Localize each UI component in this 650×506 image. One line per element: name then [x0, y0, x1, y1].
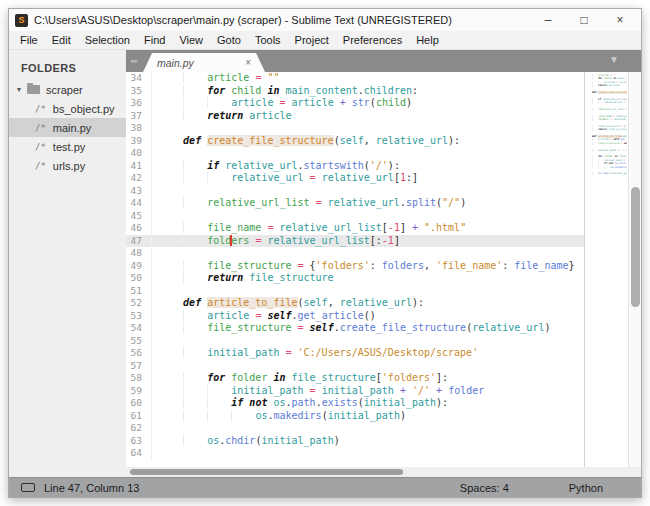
code-line[interactable]: 64: [126, 447, 584, 460]
menu-item-find[interactable]: Find: [137, 32, 172, 48]
minimize-button[interactable]: –: [541, 13, 555, 27]
code-line[interactable]: 46 file_name = relative_url_list[-1] + "…: [126, 222, 584, 235]
line-number[interactable]: 41: [126, 160, 152, 173]
sidebar-file-bs_object.py[interactable]: /*bs_object.py: [9, 99, 126, 118]
code-line[interactable]: 50 return file_structure: [126, 272, 584, 285]
line-number[interactable]: 61: [126, 410, 152, 423]
menu-item-edit[interactable]: Edit: [45, 32, 78, 48]
code-line[interactable]: 36 article = article + str(child): [126, 97, 584, 110]
code-line[interactable]: 51: [126, 285, 584, 298]
tab-scroll-arrows-icon[interactable]: ◂▸: [126, 57, 143, 72]
line-number[interactable]: 35: [126, 85, 152, 98]
line-number[interactable]: 50: [126, 272, 152, 285]
line-number[interactable]: 47: [126, 235, 152, 248]
tab-close-icon[interactable]: ×: [245, 57, 251, 68]
code-line[interactable]: 59 initial_path = initial_path + '/' + f…: [126, 385, 584, 398]
code-line[interactable]: 43: [126, 185, 584, 198]
horizontal-scrollbar-thumb[interactable]: [130, 469, 403, 475]
indentation-setting[interactable]: Spaces: 4: [460, 482, 509, 494]
line-number[interactable]: 53: [126, 310, 152, 323]
line-number[interactable]: 63: [126, 435, 152, 448]
sidebar-file-test.py[interactable]: /*test.py: [9, 137, 126, 156]
code-line[interactable]: 38: [126, 122, 584, 135]
menu-item-project[interactable]: Project: [288, 32, 336, 48]
code-line[interactable]: 41 if relative_url.startswith('/'):: [126, 160, 584, 173]
code-token: initial_path: [207, 347, 279, 358]
vertical-scrollbar[interactable]: [628, 72, 641, 467]
close-button[interactable]: ×: [613, 13, 627, 27]
maximize-button[interactable]: □: [577, 13, 591, 27]
line-number[interactable]: 52: [126, 297, 152, 310]
line-number[interactable]: 59: [126, 385, 152, 398]
indent: [159, 160, 207, 171]
line-number[interactable]: 39: [126, 135, 152, 148]
sidebar-file-urls.py[interactable]: /*urls.py: [9, 156, 126, 175]
status-bar: Line 47, Column 13 Spaces: 4 Python: [9, 477, 641, 497]
code-line[interactable]: 58 for folder in file_structure['folders…: [126, 372, 584, 385]
line-number[interactable]: 49: [126, 260, 152, 273]
menu-item-selection[interactable]: Selection: [78, 32, 137, 48]
cursor-position: Line 47, Column 13: [44, 482, 460, 494]
line-number[interactable]: 46: [126, 222, 152, 235]
code-line[interactable]: 56 initial_path = 'C:/Users/ASUS/Desktop…: [126, 347, 584, 360]
code-line[interactable]: 47 folders = relative_url_list[:-1]: [126, 235, 584, 248]
line-number[interactable]: 37: [126, 110, 152, 123]
code-line[interactable]: 45: [126, 210, 584, 223]
menu-item-preferences[interactable]: Preferences: [336, 32, 409, 48]
code-line[interactable]: 55: [126, 335, 584, 348]
line-number[interactable]: 57: [126, 360, 152, 373]
minimap[interactable]: article = "" for child in main_content.c…: [584, 72, 628, 467]
line-number[interactable]: 45: [126, 210, 152, 223]
code-line[interactable]: 60 if not os.path.exists(initial_path):: [126, 397, 584, 410]
sidebar-folder-scraper[interactable]: ▾ scraper: [9, 80, 126, 99]
line-number[interactable]: 38: [126, 122, 152, 135]
disclosure-triangle-icon[interactable]: ▾: [17, 85, 27, 94]
line-number[interactable]: 60: [126, 397, 152, 410]
code-line[interactable]: 49 file_structure = {'folders': folders,…: [126, 260, 584, 273]
code-line[interactable]: 42 relative_url = relative_url[1:]: [126, 172, 584, 185]
sidebar-file-main.py[interactable]: /*main.py: [9, 118, 126, 137]
line-number[interactable]: 62: [126, 422, 152, 435]
code-line[interactable]: 39 def create_file_structure(self, relat…: [126, 135, 584, 148]
code-line[interactable]: 63 os.chdir(initial_path): [126, 435, 584, 448]
line-number[interactable]: 54: [126, 322, 152, 335]
code-line[interactable]: 62: [126, 422, 584, 435]
line-number[interactable]: 51: [126, 285, 152, 298]
tab-main-py[interactable]: main.py ×: [143, 53, 265, 72]
syntax-selector[interactable]: Python: [569, 482, 603, 494]
code-line[interactable]: 34 article = "": [126, 72, 584, 85]
menu-item-file[interactable]: File: [13, 32, 45, 48]
code-line[interactable]: 37 return article: [126, 110, 584, 123]
code-line[interactable]: 52 def article_to_file(self, relative_ur…: [126, 297, 584, 310]
line-number[interactable]: 64: [126, 447, 152, 460]
tab-overflow-icon[interactable]: ▼: [609, 54, 619, 65]
line-number[interactable]: 34: [126, 72, 152, 85]
menu-item-view[interactable]: View: [172, 32, 210, 48]
code-line[interactable]: 35 for child in main_content.children:: [126, 85, 584, 98]
line-number[interactable]: 40: [126, 147, 152, 160]
code-token: in: [267, 85, 279, 96]
code-line[interactable]: 48: [126, 247, 584, 260]
line-number[interactable]: 42: [126, 172, 152, 185]
line-number[interactable]: 55: [126, 335, 152, 348]
code-line[interactable]: 54 file_structure = self.create_file_str…: [126, 322, 584, 335]
line-number[interactable]: 44: [126, 197, 152, 210]
indent-guide: [159, 197, 183, 208]
line-number[interactable]: 56: [126, 347, 152, 360]
code-line[interactable]: 61 os.makedirs(initial_path): [126, 410, 584, 423]
code-editor[interactable]: 34 article = ""35 for child in main_cont…: [126, 72, 584, 467]
menu-item-help[interactable]: Help: [409, 32, 446, 48]
code-line[interactable]: 53 article = self.get_article(): [126, 310, 584, 323]
menu-item-goto[interactable]: Goto: [210, 32, 248, 48]
code-line[interactable]: 44 relative_url_list = relative_url.spli…: [126, 197, 584, 210]
code-token: self: [267, 310, 291, 321]
line-number[interactable]: 43: [126, 185, 152, 198]
vertical-scrollbar-thumb[interactable]: [631, 187, 640, 307]
code-line[interactable]: 57: [126, 360, 584, 373]
code-line[interactable]: 40: [126, 147, 584, 160]
line-number[interactable]: 36: [126, 97, 152, 110]
horizontal-scrollbar[interactable]: [126, 467, 641, 477]
menu-item-tools[interactable]: Tools: [248, 32, 288, 48]
line-number[interactable]: 58: [126, 372, 152, 385]
line-number[interactable]: 48: [126, 247, 152, 260]
